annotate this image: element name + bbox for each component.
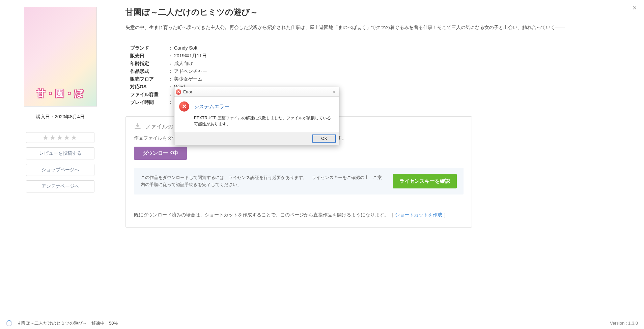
info-label: 対応OS xyxy=(130,83,168,91)
info-row: 販売フロア：美少女ゲーム xyxy=(130,75,634,83)
license-button[interactable]: ライセンスキーを確認 xyxy=(393,174,457,188)
spinner-icon xyxy=(6,320,12,326)
rating-stars[interactable]: ★★★★★ xyxy=(26,132,94,143)
info-row: ブランド：Candy Soft xyxy=(130,44,634,52)
info-value: 2019年1月11日 xyxy=(174,52,207,60)
shop-page-button[interactable]: ショップページへ xyxy=(26,164,94,176)
info-label: 販売日 xyxy=(130,52,168,60)
dialog-titlebar[interactable]: ✕ Error × xyxy=(174,87,339,97)
main-content: × 甘園ぼ～二人だけのヒミツの遊び～ 失意の中、生まれ育った町へ戻ってきた主人公… xyxy=(110,7,634,317)
status-bar: 甘園ぼ～二人だけのヒミツの遊び～ 解凍中 50% Version : 1.3.8 xyxy=(0,317,644,329)
info-label: 作品形式 xyxy=(130,67,168,75)
divider xyxy=(125,38,631,38)
info-label: 販売フロア xyxy=(130,75,168,83)
error-dialog: ✕ Error × ✕ システムエラー EEXTRUCT: 圧縮ファイルの解凍に… xyxy=(174,87,339,145)
status-text: 甘園ぼ～二人だけのヒミツの遊び～ 解凍中 50% xyxy=(17,320,118,326)
dialog-close-icon[interactable]: × xyxy=(332,89,337,95)
dialog-title: Error xyxy=(183,90,192,94)
purchase-date: 購入日：2020年8月4日 xyxy=(36,114,85,120)
license-box: この作品をダウンロードして閲覧するには、ライセンス認証を行う必要があります。 ラ… xyxy=(134,168,464,195)
info-label: ブランド xyxy=(130,44,168,52)
info-value: Candy Soft xyxy=(174,44,197,52)
review-button[interactable]: レビューを投稿する xyxy=(26,147,94,159)
info-label: プレイ時間 xyxy=(130,98,168,106)
ok-button[interactable]: OK xyxy=(313,135,336,142)
page-title: 甘園ぼ～二人だけのヒミツの遊び～ xyxy=(125,7,634,18)
download-heading-text: ファイルの xyxy=(145,123,173,130)
download-icon xyxy=(134,123,141,130)
cover-art: 甘・園・ぼ xyxy=(24,7,97,107)
dialog-heading: システムエラー xyxy=(194,103,229,110)
version-label: Version : 1.3.8 xyxy=(610,321,638,326)
info-value: 美少女ゲーム xyxy=(174,75,202,83)
info-label: 年齢指定 xyxy=(130,60,168,67)
dialog-body: ✕ システムエラー EEXTRUCT: 圧縮ファイルの解凍に失敗しました。ファイ… xyxy=(174,97,339,132)
download-button[interactable]: ダウンロード中 xyxy=(134,147,187,160)
info-value: 成人向け xyxy=(174,60,193,67)
info-row: 年齢指定：成人向け xyxy=(130,60,634,67)
shortcut-note: 既にダウンロード済みの場合は、ショートカットを作成することで、このページから直接… xyxy=(134,204,464,219)
license-text: この作品をダウンロードして閲覧するには、ライセンス認証を行う必要があります。 ラ… xyxy=(141,174,383,188)
create-shortcut-link[interactable]: ショートカットを作成 xyxy=(395,212,442,217)
info-row: 販売日：2019年1月11日 xyxy=(130,52,634,60)
dialog-footer: OK xyxy=(174,132,339,145)
sidebar: 甘・園・ぼ 購入日：2020年8月4日 ★★★★★ レビューを投稿する ショップ… xyxy=(10,7,110,317)
product-description: 失意の中、生まれ育った町へ戻ってきた主人公。再会した父親から紹介された仕事は、屋… xyxy=(125,24,634,32)
error-icon: ✕ xyxy=(179,101,189,112)
error-icon: ✕ xyxy=(176,89,181,95)
cover-title-overlay: 甘・園・ぼ xyxy=(36,88,84,99)
info-value: アドベンチャー xyxy=(174,67,207,75)
info-row: 作品形式：アドベンチャー xyxy=(130,67,634,75)
info-label: ファイル容量 xyxy=(130,91,168,98)
dialog-message: EEXTRUCT: 圧縮ファイルの解凍に失敗しました。ファイルが破損している可能… xyxy=(194,115,333,127)
close-icon[interactable]: × xyxy=(633,4,637,12)
antenna-page-button[interactable]: アンテナページへ xyxy=(26,180,94,192)
